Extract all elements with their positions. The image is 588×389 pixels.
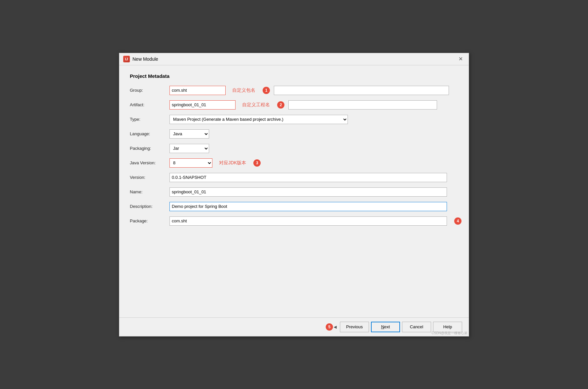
packaging-select[interactable]: Jar War [169,144,209,153]
name-input[interactable] [169,187,447,197]
group-input[interactable] [169,86,226,95]
java-version-label: Java Version: [130,160,169,165]
help-label: Help [443,324,452,329]
java-version-row: Java Version: 8 11 17 21 对应JDK版本 3 [130,158,458,168]
package-label: Package: [130,218,169,223]
description-label: Description: [130,204,169,209]
section-title: Project Metadata [130,73,458,79]
description-input[interactable] [169,202,447,211]
packaging-row: Packaging: Jar War [130,144,458,153]
version-row: Version: [130,173,458,182]
language-row: Language: Java Kotlin Groovy [130,129,458,139]
previous-button[interactable]: Previous [340,322,369,332]
group-badge: 1 [263,87,270,94]
artifact-input[interactable] [169,100,236,110]
type-label: Type: [130,117,169,122]
description-row: Description: [130,202,458,211]
title-bar-left: IJ New Module [123,56,158,62]
next-label: Next [381,324,390,329]
dialog-footer: 5 ◀ Previous Next Cancel Help [119,317,469,336]
nav-badge: 5 [326,323,333,331]
package-control-area: 4 [169,216,461,226]
packaging-label: Packaging: [130,146,169,151]
name-control-area [169,187,458,197]
description-control-area [169,202,458,211]
type-row: Type: Maven Project (Generate a Maven ba… [130,114,458,124]
app-icon: IJ [123,56,130,62]
packaging-control-area: Jar War [169,144,458,153]
cancel-label: Cancel [410,324,423,329]
package-badge: 4 [454,217,461,225]
version-label: Version: [130,175,169,180]
artifact-label: Artifact: [130,102,169,107]
dialog-content: Project Metadata Group: 自定义包名 1 Artifact… [119,65,469,317]
artifact-extra-input[interactable] [288,100,437,110]
java-version-control-area: 8 11 17 21 对应JDK版本 3 [169,158,458,168]
nav-badge-area: 5 ◀ [322,323,337,331]
artifact-badge: 2 [277,101,284,109]
name-row: Name: [130,187,458,197]
next-button[interactable]: Next [371,322,400,332]
java-version-annotation: 对应JDK版本 [219,160,246,166]
dialog-title: New Module [132,56,158,62]
language-label: Language: [130,131,169,136]
language-select[interactable]: Java Kotlin Groovy [169,129,209,139]
artifact-control-area: 自定义工程名 2 [169,100,458,110]
new-module-dialog: IJ New Module ✕ Project Metadata Group: … [119,53,469,337]
previous-label: Previous [346,324,363,329]
language-control-area: Java Kotlin Groovy [169,129,458,139]
group-label: Group: [130,88,169,93]
group-extra-input[interactable] [274,86,449,95]
package-row: Package: 4 [130,216,458,226]
java-version-select[interactable]: 8 11 17 21 [169,158,212,168]
title-bar: IJ New Module ✕ [119,53,469,65]
group-annotation: 自定义包名 [232,87,255,93]
version-input[interactable] [169,173,447,182]
java-version-badge: 3 [253,159,261,167]
artifact-annotation: 自定义工程名 [242,102,270,108]
close-button[interactable]: ✕ [457,56,465,62]
type-control-area: Maven Project (Generate a Maven based pr… [169,115,458,124]
artifact-row: Artifact: 自定义工程名 2 [130,100,458,110]
package-input[interactable] [169,216,447,226]
group-row: Group: 自定义包名 1 [130,85,458,95]
watermark: CSDN@我是一棵卷心菜 [432,331,468,336]
type-select[interactable]: Maven Project (Generate a Maven based pr… [169,115,348,124]
name-label: Name: [130,189,169,194]
group-control-area: 自定义包名 1 [169,86,458,95]
cancel-button[interactable]: Cancel [402,322,431,332]
version-control-area [169,173,458,182]
